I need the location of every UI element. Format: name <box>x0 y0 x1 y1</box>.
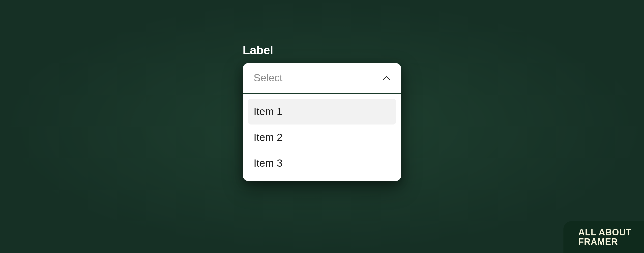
dropdown-label: Label <box>243 43 401 57</box>
chevron-up-icon <box>382 74 390 82</box>
select-toggle[interactable]: Select <box>243 63 401 94</box>
watermark-line-2: FRAMER <box>578 237 632 246</box>
watermark-text: ALL ABOUT FRAMER <box>578 228 632 246</box>
option-item[interactable]: Item 3 <box>248 150 396 176</box>
select-container: Select Item 1 Item 2 Item 3 <box>243 63 401 181</box>
option-item[interactable]: Item 1 <box>248 99 396 125</box>
dropdown-component: Label Select Item 1 Item 2 Item 3 <box>243 43 401 181</box>
select-placeholder: Select <box>254 72 282 84</box>
option-item[interactable]: Item 2 <box>248 125 396 150</box>
options-list: Item 1 Item 2 Item 3 <box>243 94 401 181</box>
watermark-badge: ALL ABOUT FRAMER <box>564 221 644 253</box>
watermark-line-1: ALL ABOUT <box>578 228 632 237</box>
